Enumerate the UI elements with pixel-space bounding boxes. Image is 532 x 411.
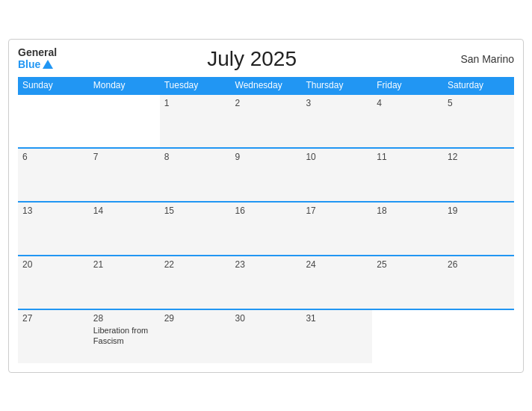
- day-cell: 4: [372, 94, 443, 148]
- weekday-header-sunday: Sunday: [18, 77, 89, 94]
- day-number: 3: [306, 98, 368, 108]
- day-cell: 7: [89, 148, 160, 202]
- weekday-header-monday: Monday: [89, 77, 160, 94]
- day-cell: 30: [231, 309, 302, 363]
- day-number: 6: [22, 152, 84, 162]
- day-cell: 6: [18, 148, 89, 202]
- day-number: 29: [164, 313, 226, 324]
- day-cell: 27: [18, 309, 89, 363]
- day-number: 14: [93, 206, 155, 216]
- day-cell: [89, 94, 160, 148]
- day-number: 27: [22, 313, 84, 324]
- day-number: 25: [377, 259, 439, 270]
- calendar-location: San Marino: [447, 53, 514, 65]
- day-number: 8: [164, 152, 226, 162]
- logo-blue-row: Blue: [18, 59, 57, 70]
- day-number: 17: [306, 206, 368, 216]
- day-cell: 16: [231, 202, 302, 256]
- day-cell: 14: [89, 202, 160, 256]
- day-number: 11: [377, 152, 439, 162]
- calendar-container: General Blue July 2025 San Marino Sunday…: [8, 39, 524, 373]
- day-cell: 23: [231, 256, 302, 309]
- day-cell: [18, 94, 89, 148]
- week-row-2: 13141516171819: [18, 202, 514, 256]
- weekday-header-row: SundayMondayTuesdayWednesdayThursdayFrid…: [18, 77, 514, 94]
- weekday-header-wednesday: Wednesday: [231, 77, 302, 94]
- day-cell: 25: [372, 256, 443, 309]
- day-cell: 15: [160, 202, 231, 256]
- day-number: 24: [306, 259, 368, 270]
- day-number: 30: [235, 313, 297, 324]
- event-text: Liberation from Fascism: [93, 326, 148, 345]
- day-cell: 22: [160, 256, 231, 309]
- day-cell: 17: [301, 202, 372, 256]
- logo-general-text: General: [18, 47, 57, 58]
- day-cell: 19: [443, 202, 514, 256]
- day-number: 7: [93, 152, 155, 162]
- day-number: 10: [306, 152, 368, 162]
- week-row-0: 12345: [18, 94, 514, 148]
- day-number: 16: [235, 206, 297, 216]
- day-number: 28: [93, 313, 155, 324]
- day-cell: 1: [160, 94, 231, 148]
- day-cell: 29: [160, 309, 231, 363]
- day-number: 26: [448, 259, 510, 270]
- day-number: 2: [235, 98, 297, 108]
- day-cell: 31: [301, 309, 372, 363]
- day-number: 23: [235, 259, 297, 270]
- day-cell: 26: [443, 256, 514, 309]
- day-number: 31: [306, 313, 368, 324]
- day-cell: 8: [160, 148, 231, 202]
- day-cell: 2: [231, 94, 302, 148]
- day-cell: 12: [443, 148, 514, 202]
- day-cell: 13: [18, 202, 89, 256]
- logo-triangle-icon: [43, 60, 53, 69]
- day-cell: [443, 309, 514, 363]
- day-cell: 24: [301, 256, 372, 309]
- day-number: 4: [377, 98, 439, 108]
- calendar-title: July 2025: [57, 47, 447, 71]
- day-number: 18: [377, 206, 439, 216]
- weekday-header-saturday: Saturday: [443, 77, 514, 94]
- day-cell: 21: [89, 256, 160, 309]
- day-number: 20: [22, 259, 84, 270]
- weekday-header-tuesday: Tuesday: [160, 77, 231, 94]
- day-cell: 9: [231, 148, 302, 202]
- day-number: 13: [22, 206, 84, 216]
- day-cell: 28Liberation from Fascism: [89, 309, 160, 363]
- day-cell: 10: [301, 148, 372, 202]
- day-number: 12: [448, 152, 510, 162]
- weekday-header-thursday: Thursday: [301, 77, 372, 94]
- day-cell: 3: [301, 94, 372, 148]
- logo-blue-text: Blue: [18, 59, 40, 70]
- day-number: 15: [164, 206, 226, 216]
- day-cell: 11: [372, 148, 443, 202]
- week-row-3: 20212223242526: [18, 256, 514, 309]
- day-number: 5: [448, 98, 510, 108]
- day-number: 1: [164, 98, 226, 108]
- day-number: 9: [235, 152, 297, 162]
- day-cell: 5: [443, 94, 514, 148]
- day-number: 19: [448, 206, 510, 216]
- day-number: 21: [93, 259, 155, 270]
- day-cell: 20: [18, 256, 89, 309]
- day-cell: 18: [372, 202, 443, 256]
- calendar-header: General Blue July 2025 San Marino: [18, 47, 514, 71]
- calendar-grid: SundayMondayTuesdayWednesdayThursdayFrid…: [18, 77, 514, 363]
- day-number: 22: [164, 259, 226, 270]
- day-cell: [372, 309, 443, 363]
- week-row-4: 2728Liberation from Fascism293031: [18, 309, 514, 363]
- logo: General Blue: [18, 47, 57, 70]
- week-row-1: 6789101112: [18, 148, 514, 202]
- weekday-header-friday: Friday: [372, 77, 443, 94]
